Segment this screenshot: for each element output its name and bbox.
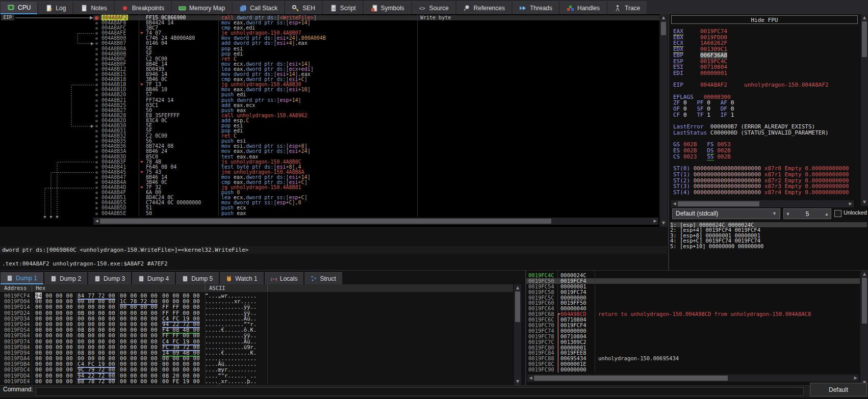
disasm-row[interactable]: 004A8B183B46 0Ccmp eax,dword ptr ds:[esi…: [93, 77, 659, 82]
tab-seh[interactable]: SEH: [285, 2, 322, 14]
disasm-row[interactable]: 004A8B00C746 24 4B000A80mov dword ptr ds…: [93, 36, 659, 41]
disassembly-panel[interactable]: EIP 004A8AF2FF15 0C866900call dword ptr …: [0, 14, 659, 227]
disasm-row[interactable]: 004A8B4A3B46 0Ccmp eax,dword ptr ds:[esi…: [93, 180, 659, 185]
gutter-dot-icon[interactable]: [93, 82, 100, 87]
gutter-dot-icon[interactable]: [93, 87, 100, 92]
stack-row[interactable]: 0019FC580019FC74: [526, 289, 860, 295]
dump-vscrollbar[interactable]: ▲ ▼: [514, 284, 521, 385]
scroll-down-icon[interactable]: ▼: [861, 199, 868, 206]
stack-row[interactable]: 0019FC9000000000: [526, 367, 860, 373]
gutter-dot-icon[interactable]: [93, 170, 100, 175]
scroll-right-icon[interactable]: ▶: [847, 200, 854, 207]
gutter-dot-icon[interactable]: [93, 139, 100, 144]
tab-threads[interactable]: Threads: [513, 2, 559, 14]
scroll-thumb[interactable]: [862, 21, 867, 57]
disasm-row[interactable]: 004A8B070146 04add dword ptr ds:[esi+4],…: [93, 41, 659, 46]
disasm-row[interactable]: 004A8B32C2 0C00ret C: [93, 134, 659, 139]
gutter-dot-icon[interactable]: [93, 180, 100, 185]
scroll-thumb[interactable]: [534, 376, 728, 381]
disasm-row[interactable]: 004A8B3F78 4Bjs unholydragon-150.4A8B8C: [93, 159, 659, 165]
dump-panel[interactable]: Dump 1Dump 2Dump 3Dump 4Dump 5Watch 1|x=…: [0, 271, 525, 386]
disasm-row[interactable]: 004A8B41F646 08 04test byte ptr ds:[esi+…: [93, 165, 659, 170]
flag-row[interactable]: CF 0 TF 1 IF 1: [673, 112, 849, 118]
gutter-dot-icon[interactable]: [93, 113, 100, 118]
disasm-row[interactable]: 004A8B158946 14mov dword ptr ds:[esi+14]…: [93, 72, 659, 77]
gutter-dot-icon[interactable]: [93, 67, 100, 72]
tab-breakpoints[interactable]: Breakpoints: [115, 2, 171, 14]
segment-row[interactable]: ES 002B DS 002B: [673, 148, 849, 154]
tab-cpu[interactable]: CPU: [1, 2, 37, 14]
gutter-dot-icon[interactable]: [93, 92, 100, 97]
gutter-dot-icon[interactable]: [93, 195, 100, 200]
last-status[interactable]: LastStatus C000000D (STATUS_INVALID_PARA…: [673, 130, 849, 136]
gutter-dot-icon[interactable]: [93, 190, 100, 195]
spinner-up-icon[interactable]: ▲: [823, 211, 831, 217]
tab-memory-map[interactable]: Memory Map: [172, 2, 232, 14]
disasm-row[interactable]: 004A8B3A8B46 24mov eax,dword ptr ds:[esi…: [93, 149, 659, 154]
tab-struct[interactable]: Struct: [304, 272, 342, 284]
scroll-left-icon[interactable]: ◀: [93, 218, 100, 225]
disasm-row[interactable]: 004A8B21FF7424 14push dword ptr ss:[esp+…: [93, 98, 659, 103]
gutter-dot-icon[interactable]: [93, 200, 100, 205]
tab-locals[interactable]: |x=|Locals: [265, 272, 304, 284]
stack-vscrollbar[interactable]: ▲ ▼: [861, 271, 868, 386]
disasm-row[interactable]: 004A8B55C74424 0C 00000000mov dword ptr …: [93, 200, 659, 205]
gutter-dot-icon[interactable]: [93, 154, 100, 159]
gutter-dot-icon[interactable]: [93, 103, 100, 108]
disasm-row[interactable]: 004A8AF88B4424 14mov eax,dword ptr ss:[e…: [93, 20, 659, 25]
registers-vscrollbar[interactable]: ▲ ▼: [861, 14, 868, 206]
gutter-dot-icon[interactable]: [93, 205, 100, 210]
gutter-dot-icon[interactable]: [93, 98, 100, 103]
scroll-down-icon[interactable]: ▼: [660, 220, 667, 227]
register-eip[interactable]: EIP 004A8AF2 unholydragon-150.004A8AF2: [673, 82, 849, 88]
tab-dump-1[interactable]: Dump 1: [1, 272, 43, 284]
gutter-dot-icon[interactable]: [93, 36, 100, 41]
scroll-thumb[interactable]: [661, 22, 666, 35]
gutter-dot-icon[interactable]: [93, 41, 100, 46]
gutter-dot-icon[interactable]: [93, 128, 100, 134]
register-ebp[interactable]: EBP 006F36A8: [673, 52, 849, 59]
disasm-row[interactable]: 004A8B4F6A 00push 0: [93, 190, 659, 195]
tab-watch-1[interactable]: Watch 1: [220, 272, 264, 284]
tab-call-stack[interactable]: Call Stack: [233, 2, 284, 14]
register-edi[interactable]: EDI 00000001: [673, 70, 849, 76]
tab-trace[interactable]: Trace: [607, 2, 647, 14]
disasm-row[interactable]: 004A8AF2FF15 0C866900call dword ptr ds:[…: [93, 15, 659, 20]
stack-panel[interactable]: 0019FC4C0000024C0019FC500019FCF40019FC54…: [526, 271, 860, 386]
registers-panel[interactable]: Hide FPU EAX 0019FC74EBX 0019FDD0ECX 1A6…: [669, 14, 868, 270]
unlocked-checkbox[interactable]: [834, 210, 841, 217]
disasm-row[interactable]: 004A8B1B7F 13jg unholydragon-150.4A8B30: [93, 82, 659, 87]
scroll-left-icon[interactable]: ◀: [527, 375, 534, 382]
gutter-dot-icon[interactable]: [93, 118, 100, 123]
gutter-dot-icon[interactable]: [93, 149, 100, 154]
register-eax[interactable]: EAX 0019FC74: [673, 29, 849, 35]
scroll-left-icon[interactable]: ◀: [671, 200, 678, 207]
disasm-row[interactable]: 004A8B5E50push eax: [93, 211, 659, 216]
scroll-right-icon[interactable]: ▶: [852, 375, 859, 382]
disasm-row[interactable]: 004A8B0CC2 0C00ret C: [93, 57, 659, 62]
gutter-dot-icon[interactable]: [93, 211, 100, 216]
disasm-row[interactable]: 004A8B1D8B46 10mov eax,dword ptr ds:[esi…: [93, 87, 659, 92]
scroll-thumb[interactable]: [862, 278, 867, 324]
command-input[interactable]: [36, 387, 804, 396]
scroll-up-icon[interactable]: ▲: [514, 284, 521, 291]
disasm-row[interactable]: 004A8B0A5Epop esi: [93, 46, 659, 51]
scroll-thumb[interactable]: [678, 201, 759, 206]
gutter-dot-icon[interactable]: [93, 123, 100, 128]
tab-dump-2[interactable]: Dump 2: [44, 272, 87, 284]
argument-depth-spinner[interactable]: ▼ 5 ▲: [783, 208, 831, 219]
gutter-dot-icon[interactable]: [93, 159, 100, 165]
stack-hscrollbar[interactable]: ◀ ▶: [527, 375, 859, 382]
tab-references[interactable]: References: [456, 2, 512, 14]
gutter-dot-icon[interactable]: [93, 46, 100, 51]
disasm-row[interactable]: 004A8B478B46 14mov eax,dword ptr ds:[esi…: [93, 175, 659, 180]
tab-dump-5[interactable]: Dump 5: [176, 272, 219, 284]
disasm-row[interactable]: 004A8B3D85C0test eax,eax: [93, 154, 659, 159]
gutter-dot-icon[interactable]: [93, 31, 100, 36]
gutter-dot-icon[interactable]: [93, 165, 100, 170]
gutter-dot-icon[interactable]: [93, 72, 100, 77]
scroll-thumb[interactable]: [100, 219, 551, 224]
gutter-dot-icon[interactable]: [93, 57, 100, 62]
tab-script[interactable]: oScript: [323, 2, 363, 14]
register-line[interactable]: [673, 88, 849, 94]
